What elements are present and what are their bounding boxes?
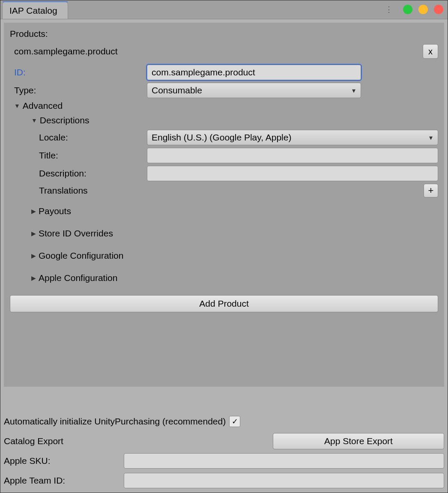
delete-product-button[interactable]: x [423,44,438,59]
description-label: Description: [10,168,147,179]
products-panel: Products: com.samplegame.product x ID: T… [4,23,444,387]
auto-init-label: Automatically initialize UnityPurchasing… [4,416,226,427]
footer-panel: Automatically initialize UnityPurchasing… [0,409,448,493]
product-item-header: com.samplegame.product x [10,44,438,59]
chevron-right-icon [31,230,36,237]
close-icon[interactable] [434,5,443,14]
advanced-label: Advanced [23,101,63,111]
locale-label: Locale: [10,132,147,143]
chevron-right-icon [31,275,36,281]
locale-value: English (U.S.) (Google Play, Apple) [152,132,291,143]
id-input[interactable] [147,65,361,80]
description-input[interactable] [147,166,438,181]
payouts-label: Payouts [39,206,71,216]
catalog-export-label: Catalog Export [4,436,273,446]
descriptions-foldout[interactable]: Descriptions [10,115,438,125]
type-value: Consumable [152,85,202,96]
chevron-down-icon [31,117,37,124]
title-label: Title: [10,150,147,161]
descriptions-label: Descriptions [40,115,90,125]
add-translation-button[interactable]: + [424,184,438,197]
products-heading: Products: [10,29,438,39]
app-store-export-button[interactable]: App Store Export [273,433,444,449]
maximize-icon[interactable] [418,5,428,14]
translations-label: Translations [39,185,88,196]
more-icon[interactable]: ⋮ [385,5,393,14]
google-config-label: Google Configuration [39,251,123,261]
type-label: Type: [10,85,147,96]
apple-team-input[interactable] [124,473,444,488]
apple-sku-input[interactable] [124,453,444,469]
google-config-foldout[interactable]: Google Configuration [10,251,438,261]
chevron-right-icon [31,252,36,259]
chevron-down-icon [14,102,20,109]
apple-config-label: Apple Configuration [39,273,117,283]
tab-iap-catalog[interactable]: IAP Catalog [2,2,68,19]
minimize-icon[interactable] [403,5,412,14]
id-label: ID: [10,67,147,78]
auto-init-checkbox[interactable]: ✓ [229,416,240,427]
apple-team-label: Apple Team ID: [4,475,124,486]
advanced-foldout[interactable]: Advanced [10,101,438,111]
store-overrides-foldout[interactable]: Store ID Overrides [10,228,438,239]
locale-dropdown[interactable]: English (U.S.) (Google Play, Apple) [147,130,438,145]
type-dropdown[interactable]: Consumable [147,83,361,98]
payouts-foldout[interactable]: Payouts [10,206,438,216]
tab-label: IAP Catalog [9,6,57,16]
apple-sku-label: Apple SKU: [4,456,124,466]
title-input[interactable] [147,148,438,163]
store-overrides-label: Store ID Overrides [39,228,113,239]
chevron-right-icon [31,208,36,215]
add-product-button[interactable]: Add Product [10,295,438,312]
product-item-name: com.samplegame.product [14,46,118,57]
window-controls: ⋮ [385,5,443,14]
apple-config-foldout[interactable]: Apple Configuration [10,273,438,283]
tab-bar: IAP Catalog ⋮ [0,0,448,19]
